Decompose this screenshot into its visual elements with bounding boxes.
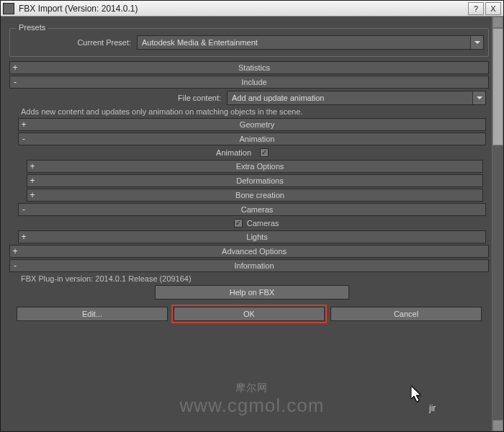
animation-chk-label: Animation — [27, 148, 257, 157]
close-button[interactable]: X — [485, 2, 501, 15]
titlebar-buttons: ? X — [468, 2, 501, 15]
animation-checkbox-row: Animation — [27, 148, 483, 157]
scroll-down-arrow-icon[interactable] — [492, 420, 503, 431]
collapse-icon[interactable]: - — [10, 261, 20, 271]
lights-label: Lights — [29, 233, 485, 241]
collapse-icon[interactable]: - — [19, 134, 29, 144]
footer-row: Edit... OK Cancel — [9, 304, 489, 324]
scroll-up-arrow-icon[interactable] — [492, 17, 503, 28]
advanced-options-section[interactable]: + Advanced Options — [9, 245, 489, 258]
help-on-fbx-button[interactable]: Help on FBX — [155, 285, 349, 300]
deformations-section[interactable]: + Deformations — [27, 174, 483, 187]
cameras-checkbox-row: Cameras — [27, 219, 483, 228]
chevron-down-icon[interactable] — [472, 91, 485, 104]
chevron-down-icon[interactable] — [470, 36, 483, 49]
cancel-button[interactable]: Cancel — [330, 307, 482, 321]
statistics-section[interactable]: + Statistics — [9, 61, 489, 74]
include-section[interactable]: - Include — [9, 76, 489, 89]
expand-icon[interactable]: + — [10, 246, 20, 256]
cameras-checkbox[interactable] — [234, 219, 243, 228]
collapse-icon[interactable]: - — [19, 204, 29, 215]
information-body: FBX Plug-in version: 2014.0.1 Release (2… — [18, 274, 486, 300]
information-section[interactable]: - Information — [9, 259, 489, 272]
cameras-label: Cameras — [29, 205, 485, 214]
scroll-track[interactable] — [492, 28, 503, 420]
collapse-icon[interactable]: - — [10, 77, 20, 87]
bone-creation-section[interactable]: + Bone creation — [27, 189, 483, 202]
animation-checkbox[interactable] — [260, 148, 269, 157]
animation-body: Animation + Extra Options + Deformations… — [27, 148, 483, 202]
file-content-hint: Adds new content and updates only animat… — [18, 107, 486, 116]
bone-creation-label: Bone creation — [37, 191, 482, 199]
current-preset-dropdown[interactable]: Autodesk Media & Entertainment — [137, 35, 484, 50]
expand-icon[interactable]: + — [27, 190, 37, 200]
include-body: File content: Add and update animation A… — [18, 91, 486, 243]
vertical-scrollbar[interactable] — [492, 17, 503, 431]
file-content-row: File content: Add and update animation — [18, 91, 486, 105]
current-preset-row: Current Preset: Autodesk Media & Enterta… — [14, 35, 484, 50]
expand-icon[interactable]: + — [10, 63, 20, 73]
current-preset-label: Current Preset: — [14, 38, 137, 47]
expand-icon[interactable]: + — [19, 120, 29, 130]
window-body: Presets Current Preset: Autodesk Media &… — [1, 17, 503, 431]
lights-section[interactable]: + Lights — [18, 230, 486, 243]
file-content-dropdown[interactable]: Add and update animation — [227, 91, 486, 105]
deformations-label: Deformations — [37, 176, 482, 185]
extra-options-label: Extra Options — [37, 162, 482, 171]
presets-label: Presets — [16, 23, 48, 32]
statistics-label: Statistics — [20, 63, 488, 72]
current-preset-value: Autodesk Media & Entertainment — [142, 38, 258, 47]
edit-button[interactable]: Edit... — [17, 307, 168, 321]
include-label: Include — [20, 78, 488, 86]
titlebar: FBX Import (Version: 2014.0.1) ? X — [1, 1, 503, 17]
content-area: Presets Current Preset: Autodesk Media &… — [1, 17, 492, 431]
extra-options-section[interactable]: + Extra Options — [27, 160, 483, 173]
window-title: FBX Import (Version: 2014.0.1) — [19, 4, 468, 14]
cameras-section[interactable]: - Cameras — [18, 203, 486, 216]
plugin-version-text: FBX Plug-in version: 2014.0.1 Release (2… — [18, 274, 486, 283]
file-content-label: File content: — [18, 94, 227, 102]
animation-section[interactable]: - Animation — [18, 132, 486, 145]
fbx-import-window: FBX Import (Version: 2014.0.1) ? X Prese… — [0, 0, 504, 432]
cameras-body: Cameras — [27, 219, 483, 228]
animation-label: Animation — [29, 135, 485, 143]
ok-button[interactable]: OK — [174, 307, 325, 321]
help-button[interactable]: ? — [468, 2, 484, 15]
expand-icon[interactable]: + — [19, 232, 29, 242]
presets-group: Presets Current Preset: Autodesk Media &… — [9, 28, 489, 57]
expand-icon[interactable]: + — [27, 176, 37, 186]
geometry-section[interactable]: + Geometry — [18, 118, 486, 131]
file-content-value: Add and update animation — [232, 94, 324, 102]
information-label: Information — [20, 261, 488, 270]
scroll-thumb[interactable] — [492, 28, 503, 145]
expand-icon[interactable]: + — [27, 161, 37, 171]
overlay-text: jir — [429, 403, 436, 413]
advanced-options-label: Advanced Options — [20, 247, 488, 256]
geometry-label: Geometry — [29, 120, 485, 129]
app-icon — [3, 3, 14, 14]
cameras-chk-label: Cameras — [247, 219, 279, 228]
